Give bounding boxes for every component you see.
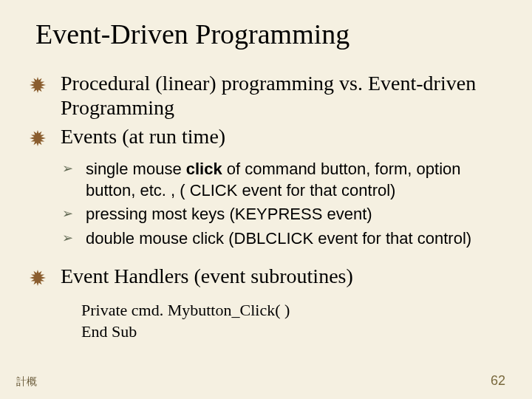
sub-bullet-item: ➢ single mouse click of command button, …	[59, 159, 502, 201]
bullet-item: Procedural (linear) programming vs. Even…	[30, 71, 502, 120]
svg-marker-2	[30, 270, 46, 286]
sub-bullet-text: pressing most keys (KEYPRESS event)	[86, 205, 372, 223]
svg-marker-0	[30, 77, 46, 93]
bullet-list: Event Handlers (event subroutines)	[30, 264, 502, 288]
page-number: 62	[491, 373, 505, 389]
svg-marker-1	[30, 130, 46, 146]
code-line: Private cmd. Mybutton_Click( )	[81, 299, 502, 321]
footer-label: 計概	[16, 375, 37, 389]
starburst-icon	[30, 130, 46, 146]
sub-bullet-text: single mouse click of command button, fo…	[86, 160, 461, 200]
sub-bullet-text: double mouse click (DBLCLICK event for t…	[86, 229, 471, 248]
bullet-text: Events (at run time)	[61, 125, 225, 148]
chevron-icon: ➢	[62, 230, 73, 247]
text-bold: click	[186, 160, 222, 178]
bullet-list: Procedural (linear) programming vs. Even…	[30, 71, 502, 149]
bullet-item: Events (at run time)	[30, 124, 502, 149]
text-fragment: single mouse	[86, 160, 186, 178]
bullet-text: Event Handlers (event subroutines)	[61, 265, 353, 287]
starburst-icon	[30, 270, 46, 286]
slide: Event-Driven Programming Procedural (lin…	[0, 0, 532, 399]
starburst-icon	[30, 77, 46, 93]
code-block: Private cmd. Mybutton_Click( ) End Sub	[81, 299, 502, 343]
code-line: End Sub	[81, 321, 502, 343]
chevron-icon: ➢	[62, 205, 73, 222]
slide-title: Event-Driven Programming	[35, 18, 502, 50]
sub-bullet-item: ➢ pressing most keys (KEYPRESS event)	[59, 204, 502, 225]
sub-bullet-list: ➢ single mouse click of command button, …	[59, 159, 502, 249]
bullet-text: Procedural (linear) programming vs. Even…	[61, 72, 476, 119]
bullet-item: Event Handlers (event subroutines)	[30, 264, 502, 288]
sub-bullet-item: ➢ double mouse click (DBLCLICK event for…	[59, 228, 502, 250]
chevron-icon: ➢	[62, 160, 73, 177]
